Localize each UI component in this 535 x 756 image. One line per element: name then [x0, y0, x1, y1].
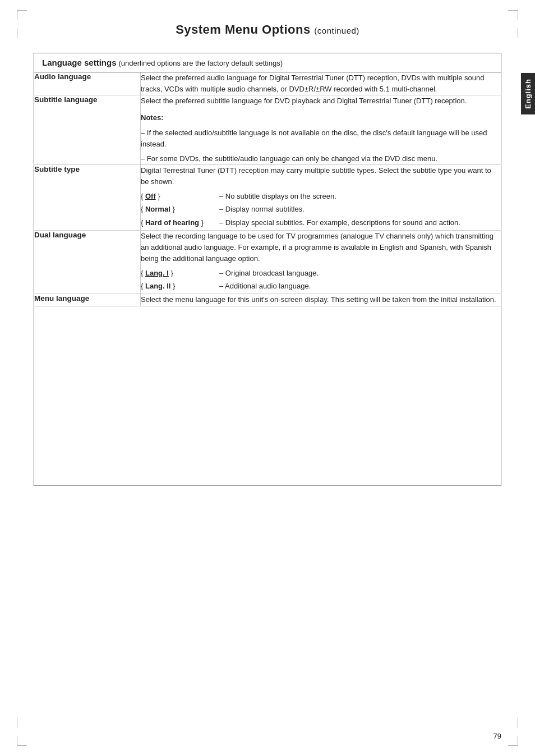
subtitle-type-option-hoh: { Hard of hearing } – Display special su…: [141, 217, 501, 228]
row-content-subtitle-type: Digital Terrestrial Tuner (DTT) receptio…: [141, 164, 501, 230]
table-header-subtitle: (underlined options are the factory defa…: [118, 59, 283, 67]
table-header-row: Language settings (underlined options ar…: [34, 53, 501, 72]
table-row: Subtitle type Digital Terrestrial Tuner …: [34, 164, 501, 230]
dual-language-option-2: { Lang. II } – Additional audio language…: [141, 281, 501, 292]
subtitle-type-desc-normal: – Display normal subtitles.: [219, 204, 501, 215]
row-label-subtitle-type: Subtitle type: [34, 164, 141, 230]
page-number: 79: [494, 732, 501, 740]
english-tab: English: [521, 73, 535, 114]
settings-table: Language settings (underlined options ar…: [34, 53, 501, 486]
page-title-main: System Menu Options: [176, 22, 311, 36]
subtitle-language-notes-title: Notes:: [141, 112, 501, 123]
subtitle-type-desc-off: – No subtitle displays on the screen.: [219, 191, 501, 202]
table-row: Audio language Select the preferred audi…: [34, 72, 501, 95]
corner-mark-br: [508, 736, 518, 746]
row-label-menu: Menu language: [34, 294, 141, 306]
subtitle-type-key-off: { Off }: [141, 191, 219, 202]
row-content-dual: Select the recording language to be used…: [141, 230, 501, 294]
subtitle-language-note-1: – If the selected audio/subtitle languag…: [141, 127, 501, 150]
corner-mark-tr: [508, 10, 518, 20]
page-title: System Menu Options (continued): [34, 22, 501, 37]
subtitle-type-option-off: { Off } – No subtitle displays on the sc…: [141, 191, 501, 202]
side-dash-tl: [17, 28, 17, 38]
dual-language-key-2: { Lang. II }: [141, 281, 219, 292]
subtitle-type-key-normal: { Normal }: [141, 204, 219, 215]
dual-language-key-1: { Lang. I }: [141, 268, 219, 279]
subtitle-type-desc-hoh: – Display special subtitles. For example…: [219, 217, 501, 228]
page-wrapper: English System Menu Options (continued) …: [0, 0, 535, 756]
dual-language-option-1: { Lang. I } – Original broadcast languag…: [141, 268, 501, 279]
corner-mark-tl: [17, 10, 27, 20]
audio-language-text: Select the preferred audio language for …: [141, 72, 501, 95]
table-row-empty: [34, 306, 501, 485]
subtitle-type-option-normal: { Normal } – Display normal subtitles.: [141, 204, 501, 215]
dual-language-desc-2: – Additional audio language.: [219, 281, 501, 292]
subtitle-language-note-2: – For some DVDs, the subtitle/audio lang…: [141, 153, 501, 164]
corner-mark-bl: [17, 736, 27, 746]
menu-language-text: Select the menu language for this unit's…: [141, 294, 501, 305]
table-header-cell: Language settings (underlined options ar…: [34, 53, 501, 72]
subtitle-language-text: Select the preferred subtitle language f…: [141, 95, 501, 107]
page-title-continued: (continued): [314, 26, 359, 35]
row-content-audio: Select the preferred audio language for …: [141, 72, 501, 95]
table-header-title: Language settings: [42, 58, 117, 67]
subtitle-type-key-hoh: { Hard of hearing }: [141, 217, 219, 228]
row-content-subtitle-language: Select the preferred subtitle language f…: [141, 95, 501, 165]
subtitle-type-text: Digital Terrestrial Tuner (DTT) receptio…: [141, 165, 501, 187]
row-label-subtitle-language: Subtitle language: [34, 95, 141, 165]
table-row: Menu language Select the menu language f…: [34, 294, 501, 306]
table-row: Subtitle language Select the preferred s…: [34, 95, 501, 165]
side-dash-br: [518, 718, 518, 728]
table-row: Dual language Select the recording langu…: [34, 230, 501, 294]
dual-language-text: Select the recording language to be used…: [141, 231, 501, 264]
side-dash-bl: [17, 718, 17, 728]
row-label-dual: Dual language: [34, 230, 141, 294]
row-content-menu: Select the menu language for this unit's…: [141, 294, 501, 306]
side-dash-tr: [518, 28, 518, 38]
row-label-audio: Audio language: [34, 72, 141, 95]
dual-language-desc-1: – Original broadcast language.: [219, 268, 501, 279]
